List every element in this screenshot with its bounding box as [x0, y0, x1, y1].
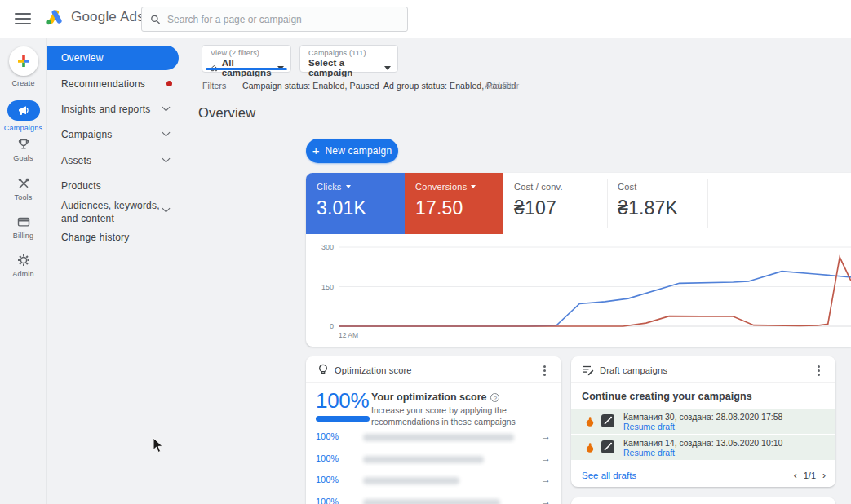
scorecard-divider	[707, 179, 708, 228]
scorecard-cost[interactable]: Cost ₴1.87K	[607, 173, 707, 234]
google-ads-logo-icon	[44, 8, 64, 26]
scorecard-clicks[interactable]: Clicks 3.01K	[306, 173, 405, 234]
campaign-select-label: Campaigns (111)	[308, 49, 391, 57]
redacted-campaign-name	[363, 456, 484, 463]
see-all-drafts-link[interactable]: See all drafts	[582, 471, 636, 480]
chevron-down-icon	[162, 205, 171, 213]
y-axis-tick: 300	[321, 243, 334, 251]
rail-label-create: Create	[0, 79, 47, 87]
overview-chart-card: Clicks 3.01K Conversions 17.50 Cost / co…	[306, 173, 851, 347]
draft-list-icon	[582, 364, 595, 377]
draft-status-hand-icon	[585, 416, 596, 427]
global-search[interactable]	[141, 7, 408, 32]
cost-value: ₴1.87K	[618, 197, 707, 219]
timeseries-chart: 300150012 AM	[306, 234, 851, 347]
help-icon[interactable]: ?	[490, 393, 499, 402]
nav-item-change-history[interactable]: Change history	[61, 232, 190, 243]
campaign-type-icon	[601, 414, 614, 427]
resume-draft-link[interactable]: Resume draft	[623, 448, 675, 458]
nav-item-insights-and-reports[interactable]: Insights and reports	[61, 104, 190, 115]
brand-name: Google Ads	[71, 9, 144, 25]
redacted-campaign-name	[363, 434, 514, 441]
draft-row-campaign-30[interactable]: Кампания 30, создана: 28.08.2020 17:58 R…	[571, 409, 835, 434]
resume-draft-link[interactable]: Resume draft	[623, 422, 675, 431]
nav-item-overview[interactable]: Overview	[47, 46, 179, 70]
menu-icon[interactable]	[15, 13, 31, 24]
clicks-value: 3.01K	[317, 197, 405, 219]
new-campaign-button[interactable]: + New campaign	[306, 139, 398, 163]
cost-per-conv-label: Cost / conv.	[514, 182, 563, 192]
nav-item-campaigns[interactable]: Campaigns	[61, 129, 190, 140]
optimization-row[interactable]: 100%→	[306, 471, 561, 491]
rail-item-billing[interactable]: Billing	[0, 214, 47, 240]
pagination-status: 1/1	[804, 471, 816, 480]
redacted-campaign-name	[363, 477, 459, 484]
admin-gear-icon[interactable]	[0, 253, 47, 267]
arrow-right-icon[interactable]: →	[541, 496, 551, 504]
view-filter-dropdown[interactable]: View (2 filters) All campaigns	[202, 45, 291, 73]
draft-card-header: Draft campaigns	[571, 356, 835, 383]
campaign-select-dropdown[interactable]: Campaigns (111) Select a campaign	[299, 45, 398, 73]
create-plus-icon[interactable]	[9, 46, 38, 76]
optimization-score-value: 100%	[316, 388, 369, 413]
add-filter-button[interactable]: Add filter	[485, 81, 519, 91]
campaign-type-icon	[601, 440, 614, 453]
billing-card-icon[interactable]	[0, 214, 47, 229]
row-score: 100%	[316, 453, 339, 463]
rail-label-tools: Tools	[0, 193, 47, 201]
scorecard-divider	[607, 179, 608, 228]
nav-item-assets[interactable]: Assets	[61, 155, 190, 166]
arrow-right-icon[interactable]: →	[541, 431, 551, 442]
redacted-campaign-name	[363, 499, 500, 504]
draft-row-campaign-14[interactable]: Кампания 14, создана: 13.05.2020 10:10 R…	[571, 435, 835, 460]
optimization-score-card: Optimization score 100% Your optimizatio…	[306, 356, 561, 504]
view-filter-label: View (2 filters)	[211, 49, 284, 57]
rail-item-goals[interactable]: Goals	[0, 137, 47, 162]
draft-campaign-name: Кампания 14, создана: 13.05.2020 10:10	[623, 438, 782, 448]
goals-trophy-icon[interactable]	[0, 137, 47, 152]
draft-campaigns-card: Draft campaigns Continue creating your c…	[571, 356, 835, 487]
more-options-icon[interactable]	[813, 364, 824, 377]
tools-icon[interactable]	[0, 176, 47, 191]
rail-item-admin[interactable]: Admin	[0, 253, 47, 278]
campaigns-megaphone-icon[interactable]	[7, 100, 40, 121]
filter-chip-campaign-status[interactable]: Campaign status: Enabled, Paused	[242, 81, 379, 91]
draft-status-hand-icon	[585, 442, 596, 453]
cost-per-conv-value: ₴107	[514, 197, 607, 219]
rail-item-campaigns[interactable]: Campaigns	[0, 100, 47, 132]
rail-label-billing: Billing	[0, 232, 47, 240]
optimization-score-bar	[316, 416, 370, 422]
mouse-cursor	[153, 437, 164, 453]
row-score: 100%	[316, 497, 339, 504]
chevron-down-icon	[384, 66, 391, 70]
more-options-icon[interactable]	[539, 364, 550, 377]
pagination-next-icon[interactable]: ›	[822, 470, 826, 481]
chevron-down-icon[interactable]	[471, 185, 476, 188]
campaign-select-value: Select a campaign	[308, 58, 380, 77]
nav-item-products[interactable]: Products	[61, 180, 190, 192]
optimization-row[interactable]: 100%→	[306, 493, 561, 504]
optimization-row[interactable]: 100%→	[306, 428, 561, 448]
pagination-prev-icon[interactable]: ‹	[794, 470, 797, 481]
optimization-row[interactable]: 100%→	[306, 450, 561, 470]
google-ads-logo: Google Ads	[44, 8, 144, 26]
draft-heading: Continue creating your campaigns	[582, 391, 752, 402]
scorecard-cost-per-conv[interactable]: Cost / conv. ₴107	[503, 173, 607, 234]
search-icon	[150, 14, 161, 25]
arrow-right-icon[interactable]: →	[541, 474, 551, 485]
arrow-right-icon[interactable]: →	[541, 453, 551, 464]
plus-icon: +	[312, 144, 320, 157]
rail-item-create[interactable]: Create	[0, 46, 47, 87]
search-input[interactable]	[167, 14, 399, 25]
lightbulb-icon	[317, 363, 330, 378]
chevron-down-icon[interactable]	[346, 185, 351, 188]
conversions-value: 17.50	[415, 197, 503, 219]
clicks-line	[339, 272, 851, 326]
rail-label-goals: Goals	[0, 154, 47, 162]
rail-label-campaigns: Campaigns	[0, 124, 47, 132]
scorecard-conversions[interactable]: Conversions 17.50	[405, 173, 503, 234]
optimization-description: Increase your score by applying the reco…	[371, 405, 557, 427]
rail-item-tools[interactable]: Tools	[0, 176, 47, 201]
nav-item-audiences-keywords-content[interactable]: Audiences, keywords, and content	[61, 200, 161, 225]
conversions-line	[339, 257, 851, 326]
